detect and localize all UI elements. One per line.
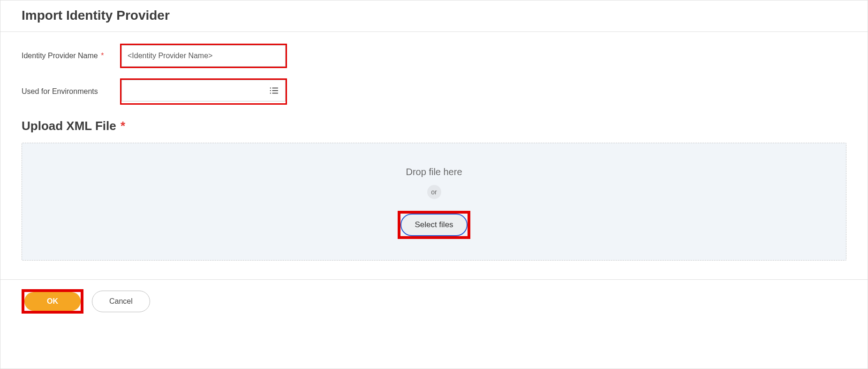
dialog-content: Identity Provider Name * Used for Enviro… [0,32,868,270]
list-icon [269,85,279,96]
environments-picker-button[interactable] [267,84,281,98]
dialog-header: Import Identity Provider [0,0,868,32]
svg-point-2 [270,90,271,91]
svg-point-0 [270,88,271,89]
cancel-button[interactable]: Cancel [92,291,150,312]
page-title: Import Identity Provider [22,8,846,23]
used-for-environments-row: Used for Environments [22,78,846,105]
ok-highlight-box: OK [22,289,83,314]
or-divider: or [427,185,441,199]
environments-select-wrapper [121,80,286,101]
required-asterisk: * [101,52,104,60]
svg-point-4 [270,93,271,94]
select-files-highlight-box: Select files [398,211,470,239]
file-dropzone[interactable]: Drop file here or Select files [22,143,846,261]
used-for-environments-label: Used for Environments [22,87,120,96]
required-asterisk: * [121,119,125,133]
ok-button[interactable]: OK [24,292,81,311]
identity-provider-name-label: Identity Provider Name * [22,52,120,60]
section-title-text: Upload XML File [22,119,116,133]
identity-provider-name-row: Identity Provider Name * [22,44,846,68]
drop-instruction-text: Drop file here [406,167,462,177]
label-text: Identity Provider Name [22,52,98,60]
input-highlight-box [120,78,287,105]
environments-select-input[interactable] [121,80,286,101]
upload-section-title: Upload XML File * [22,119,846,133]
dialog-footer: OK Cancel [0,279,868,323]
input-highlight-box [120,44,287,68]
identity-provider-name-input[interactable] [121,45,286,67]
select-files-button[interactable]: Select files [400,214,467,236]
